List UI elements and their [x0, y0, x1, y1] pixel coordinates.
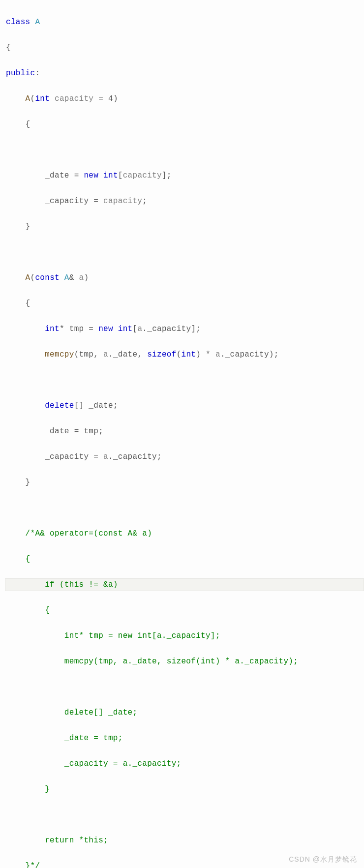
keyword-int: int [118, 325, 133, 333]
keyword-class: class [6, 18, 30, 27]
code-line: int* tmp = new int[a._capacity]; [5, 323, 364, 335]
keyword-int: int [182, 350, 196, 359]
type-A: A [35, 18, 40, 27]
member-capacity: _capacity [147, 325, 191, 333]
comment: { [26, 555, 30, 564]
code-line: A(int capacity = 4) [5, 92, 364, 105]
comment: { [45, 606, 50, 615]
keyword-int: int [103, 171, 118, 180]
code-line: _capacity = a._capacity; [5, 450, 364, 463]
code-line: A(const A& a) [5, 271, 364, 284]
code-line: _capacity = a._capacity; [5, 757, 364, 770]
code-line: { [5, 297, 364, 310]
code-line: } [5, 476, 364, 489]
member-date: _date [113, 350, 138, 359]
code-line: _date = tmp; [5, 732, 364, 745]
code-line [5, 502, 364, 514]
member-capacity: _capacity [113, 452, 157, 461]
code-editor: class A { public: A(int capacity = 4) { … [0, 0, 364, 868]
code-line: { [5, 553, 364, 566]
keyword-int: int [45, 325, 60, 333]
member-capacity: _capacity [45, 452, 89, 461]
code-line: return *this; [5, 834, 364, 847]
comment: } [45, 785, 50, 794]
keyword-sizeof: sizeof [147, 350, 176, 359]
code-line: { [5, 41, 364, 54]
code-line [5, 808, 364, 821]
member-capacity: _capacity [225, 350, 269, 359]
fn-memcpy: memcpy [45, 350, 74, 359]
param-a: a [103, 350, 108, 359]
comment: _date = tmp; [64, 734, 123, 743]
param-capacity: capacity [55, 94, 93, 103]
param-a: a [103, 452, 108, 461]
code-line: _date = new int[capacity]; [5, 169, 364, 182]
param-a: a [137, 325, 142, 333]
code-line: { [5, 604, 364, 617]
param-capacity: capacity [123, 171, 162, 180]
comment: return *this; [45, 836, 108, 845]
code-line: memcpy(tmp, a._date, sizeof(int) * a._ca… [5, 655, 364, 668]
code-line: } [5, 220, 364, 233]
member-date: _date [89, 401, 113, 410]
code-line [5, 246, 364, 259]
keyword-new: new [84, 171, 98, 180]
code-line-highlighted: if (this != &a) [5, 578, 364, 591]
code-line: memcpy(tmp, a._date, sizeof(int) * a._ca… [5, 348, 364, 361]
code-line: /*A& operator=(const A& a) [5, 527, 364, 540]
code-line: class A [5, 16, 364, 29]
code-line: _capacity = capacity; [5, 195, 364, 208]
keyword-int: int [35, 94, 50, 103]
var-tmp: tmp [79, 350, 94, 359]
param-a: a [215, 350, 220, 359]
comment: int* tmp = new int[a._capacity]; [64, 631, 220, 640]
code-line: _date = tmp; [5, 425, 364, 438]
code-line: delete[] _date; [5, 399, 364, 412]
param-capacity: capacity [103, 197, 142, 206]
code-line [5, 144, 364, 156]
type-A: A [64, 273, 69, 282]
comment: if (this != &a) [45, 580, 118, 589]
literal-4: 4 [108, 94, 113, 103]
keyword-delete: delete [45, 401, 74, 410]
code-line: public: [5, 67, 364, 80]
comment: /*A& operator=(const A& a) [26, 529, 152, 538]
code-line: } [5, 783, 364, 796]
copy-ctor-A: A [26, 273, 30, 282]
code-line [5, 374, 364, 387]
member-date: _date [45, 171, 69, 180]
var-tmp: tmp [69, 325, 84, 333]
keyword-new: new [98, 325, 113, 333]
code-line: { [5, 118, 364, 131]
watermark: CSDN @水月梦镜花 [289, 855, 357, 864]
comment: memcpy(tmp, a._date, sizeof(int) * a._ca… [64, 657, 298, 666]
member-date: _date [45, 427, 69, 436]
ctor-A: A [26, 94, 30, 103]
code-line [5, 681, 364, 693]
member-capacity: _capacity [45, 197, 89, 206]
comment: delete[] _date; [64, 708, 138, 717]
var-tmp: tmp [84, 427, 98, 436]
code-line: delete[] _date; [5, 706, 364, 719]
comment: }*/ [26, 862, 40, 868]
keyword-public: public [6, 69, 35, 78]
keyword-const: const [35, 273, 60, 282]
code-line: int* tmp = new int[a._capacity]; [5, 629, 364, 642]
param-a: a [79, 273, 84, 282]
comment: _capacity = a._capacity; [64, 759, 182, 768]
